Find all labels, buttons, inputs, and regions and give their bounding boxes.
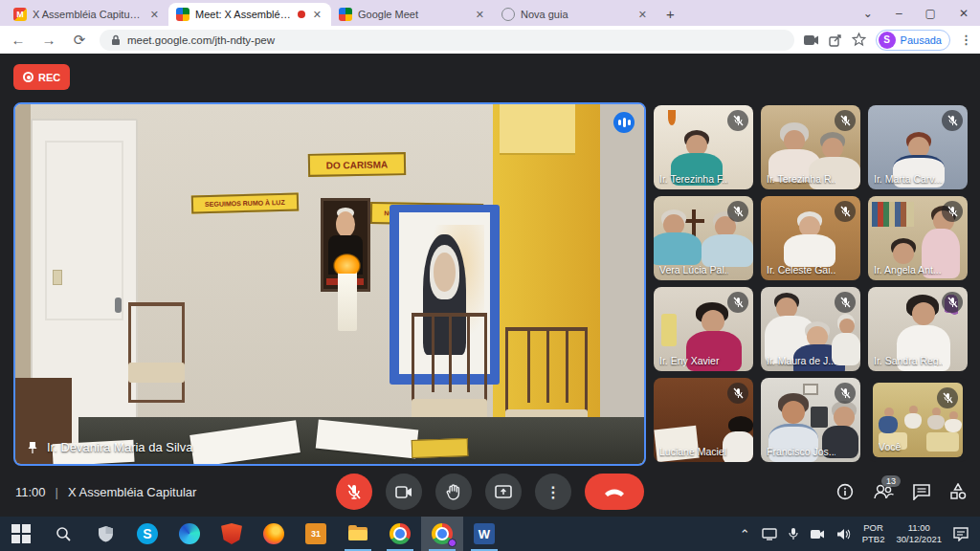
address-bar[interactable]: meet.google.com/jth-ndty-pew <box>100 30 794 51</box>
profile-status-label: Pausada <box>901 34 942 46</box>
participant-grid: Ir. Terezinha F... Ir. Terezinha R... Ir… <box>654 105 971 465</box>
chat-button[interactable] <box>913 484 930 500</box>
meeting-details-button[interactable] <box>836 483 854 500</box>
mic-muted-icon <box>937 387 958 408</box>
participant-tile[interactable]: Ir. Marta Carv... <box>868 105 968 189</box>
tray-chevron-icon[interactable]: ⌃ <box>740 527 750 541</box>
participant-tile[interactable]: Luciane Maciel <box>654 378 753 462</box>
profile-chip[interactable]: S Pausada <box>876 30 950 51</box>
camera-icon <box>395 486 412 498</box>
reload-button[interactable]: ⟳ <box>69 32 90 49</box>
start-button[interactable] <box>0 517 42 551</box>
tab-title: Google Meet <box>358 9 468 20</box>
meet-right-actions: 13 <box>836 483 967 500</box>
globe-icon <box>501 8 515 21</box>
close-window-button[interactable]: ✕ <box>947 7 980 20</box>
participant-tile[interactable]: Ir. Eny Xavier <box>654 287 753 371</box>
tab-close-icon[interactable]: ✕ <box>474 9 486 21</box>
participant-name: Ir. Sandra Reg... <box>874 355 943 366</box>
tab-close-icon[interactable]: ✕ <box>148 9 161 21</box>
tray-camera-icon[interactable] <box>810 529 825 540</box>
search-icon <box>56 526 71 541</box>
taskbar-calendar[interactable]: 31 <box>295 517 337 551</box>
taskbar-skype[interactable]: S <box>126 517 168 551</box>
taskbar-firefox[interactable] <box>253 517 295 551</box>
info-icon <box>836 483 854 500</box>
participant-name: Ir. Celeste Gai... <box>767 264 835 276</box>
back-button[interactable]: ← <box>8 32 29 48</box>
taskbar-chrome-active[interactable] <box>421 517 463 551</box>
clock-date[interactable]: 11:00 30/12/2021 <box>896 522 942 545</box>
activities-icon <box>949 483 967 500</box>
tab-close-icon[interactable]: ✕ <box>311 9 323 21</box>
activities-button[interactable] <box>949 483 967 500</box>
participant-tile[interactable]: Ir. Terezinha F... <box>654 105 753 189</box>
speaker-label: Ir. Devanira Maria da Silva <box>27 440 192 454</box>
participant-tile[interactable]: Ir. Maura de J... <box>761 287 860 371</box>
share-icon[interactable] <box>829 33 842 47</box>
raise-hand-button[interactable] <box>435 474 472 510</box>
hangup-icon <box>604 487 625 496</box>
pin-icon <box>27 441 38 454</box>
participant-tile[interactable]: Ir. Celeste Gai... <box>761 196 860 280</box>
participant-name: Ir. Marta Carv... <box>874 173 943 185</box>
taskbar-word[interactable]: W <box>463 517 505 551</box>
mic-muted-icon <box>835 201 856 222</box>
maximize-button[interactable]: ▢ <box>914 7 947 20</box>
taskbar-search-button[interactable] <box>42 517 84 551</box>
meet-icon <box>176 8 189 21</box>
camera-toggle-button[interactable] <box>386 474 422 510</box>
system-tray: ⌃ POR PTB2 11:00 30 <box>740 522 980 545</box>
participant-name: Ir. Terezinha R... <box>767 173 835 185</box>
meet-bottom-bar: 11:00 | X Assembléia Capitular <box>0 467 980 517</box>
taskbar-edge[interactable] <box>168 517 211 551</box>
forward-button[interactable]: → <box>38 32 59 48</box>
defender-icon <box>98 525 114 542</box>
hand-icon <box>446 484 461 500</box>
leave-call-button[interactable] <box>585 474 644 510</box>
tab-title: Meet: X Assembléia Capitula <box>195 9 292 20</box>
mic-muted-icon <box>727 383 748 404</box>
taskbar-defender[interactable] <box>84 517 126 551</box>
self-view-tile[interactable]: Você <box>868 378 968 462</box>
display-icon[interactable] <box>762 528 777 540</box>
participant-tile[interactable]: Ir. Angela Ant... <box>868 196 968 280</box>
mic-toggle-button[interactable] <box>336 474 372 510</box>
window-controls: ⌄ – ▢ ✕ <box>852 0 980 26</box>
participant-name: Ir. Terezinha F... <box>659 173 728 185</box>
participant-tile[interactable]: Francisco Jos... <box>761 378 860 462</box>
participant-tile[interactable]: Ir. Terezinha R... <box>761 105 860 189</box>
tab-close-icon[interactable]: ✕ <box>636 9 649 21</box>
participant-tile[interactable]: Ir. Sandra Reg... <box>868 287 968 371</box>
tray-mic-icon[interactable] <box>789 527 798 540</box>
minimize-button[interactable]: – <box>884 7 914 20</box>
tab-media-icon[interactable] <box>804 34 819 46</box>
taskbar-brave[interactable] <box>211 517 253 551</box>
mic-muted-icon <box>835 110 856 131</box>
more-options-button[interactable]: ⋮ <box>535 474 571 510</box>
main-video-tile[interactable]: Do Carisma Seguimos rumo à Luz Nosso Ser… <box>13 102 646 466</box>
notifications-icon[interactable] <box>953 527 969 541</box>
language-indicator[interactable]: POR PTB2 <box>862 522 885 545</box>
participants-button[interactable]: 13 <box>873 484 894 499</box>
tab-title: Nova guia <box>521 9 631 20</box>
chair <box>128 302 185 403</box>
tab-new[interactable]: Nova guia ✕ <box>494 3 657 26</box>
mic-muted-icon <box>727 292 748 313</box>
tab-gmail[interactable]: M X Assembléia Capitular - eliane.c ✕ <box>6 3 168 26</box>
meeting-info: 11:00 | X Assembléia Capitular <box>15 485 196 499</box>
taskbar-chrome[interactable] <box>379 517 421 551</box>
explorer-icon <box>347 523 368 544</box>
browser-menu-icon[interactable]: ⋮ <box>960 33 972 47</box>
tab-meet-active[interactable]: Meet: X Assembléia Capitula ✕ <box>168 3 331 26</box>
tab-search-icon[interactable]: ⌄ <box>852 7 884 20</box>
participant-tile[interactable]: Vera Lúcia Pal... <box>654 196 753 280</box>
present-button[interactable] <box>485 474 522 510</box>
taskbar-explorer[interactable] <box>337 517 379 551</box>
tab-google-meet[interactable]: Google Meet ✕ <box>331 3 494 26</box>
new-tab-button[interactable]: + <box>657 6 684 26</box>
bookmark-star-icon[interactable] <box>852 33 866 47</box>
speaker-icon[interactable] <box>836 528 851 540</box>
record-icon <box>23 72 33 82</box>
meeting-title: X Assembléia Capitular <box>68 485 196 499</box>
